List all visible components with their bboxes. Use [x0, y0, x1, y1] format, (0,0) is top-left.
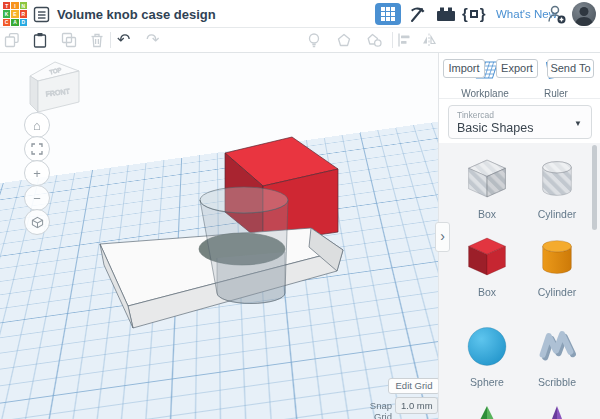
- library-source-label: Tinkercad: [457, 110, 494, 120]
- logo-tile: K: [3, 10, 10, 17]
- shape-cone[interactable]: [527, 402, 587, 419]
- shape-label: Scribble: [527, 376, 587, 388]
- library-selected-value: Basic Shapes: [457, 121, 533, 135]
- tinkercad-app: T I N K E R C A D Volume knob case desig…: [0, 0, 600, 419]
- sphere-icon: [464, 324, 510, 369]
- shape-hole-cylinder[interactable]: Cylinder: [527, 156, 587, 220]
- shape-pyramid[interactable]: [457, 402, 517, 419]
- snap-grid-value: 1.0 mm: [401, 400, 433, 411]
- home-view-button[interactable]: ⌂: [24, 112, 50, 138]
- caret-down-icon: ▼: [574, 119, 582, 128]
- zoom-in-button[interactable]: +: [24, 160, 50, 186]
- shape-label: Cylinder: [527, 208, 587, 220]
- brace-left: {: [462, 5, 468, 22]
- shape-box[interactable]: Box: [457, 234, 517, 298]
- caret-down-icon: ▾: [430, 413, 433, 419]
- snap-grid-label: Snap Grid: [352, 400, 392, 419]
- zoom-out-icon: −: [33, 191, 41, 206]
- snap-grid-dropdown[interactable]: 1.0 mm ▾: [395, 397, 438, 414]
- grid-icon: [381, 7, 395, 21]
- codeblocks-icon[interactable]: { }: [462, 5, 486, 22]
- scribble-icon: [534, 324, 580, 369]
- import-button[interactable]: Import: [443, 59, 485, 78]
- person-icon: [572, 2, 596, 26]
- logo-tile: N: [20, 2, 27, 9]
- perspective-icon: [31, 216, 44, 229]
- toolbar-separator: [392, 32, 393, 48]
- brick-lego-icon[interactable]: [436, 5, 456, 27]
- toolbar-separator: [110, 32, 111, 48]
- redo-icon[interactable]: ↷: [146, 29, 159, 51]
- shape-label: Sphere: [457, 376, 517, 388]
- sidebar-divider: [439, 98, 600, 99]
- mirror-flip-icon[interactable]: [421, 32, 437, 48]
- shape-label: Cylinder: [527, 286, 587, 298]
- align-icon[interactable]: [396, 32, 412, 48]
- shape-sphere[interactable]: Sphere: [457, 324, 517, 388]
- copy-icon[interactable]: [4, 32, 20, 48]
- fit-view-icon: [31, 143, 43, 155]
- shape-scribble[interactable]: Scribble: [527, 324, 587, 388]
- shapes-panel: Workplane Ruler Tinkercad Basic Shapes ▼: [438, 53, 600, 419]
- zoom-out-button[interactable]: −: [24, 185, 50, 211]
- undo-icon[interactable]: ↶: [117, 29, 130, 51]
- shape-library-dropdown[interactable]: Tinkercad Basic Shapes ▼: [448, 105, 592, 139]
- cone-icon: [534, 402, 580, 419]
- fit-view-button[interactable]: [24, 136, 50, 162]
- minecraft-pickaxe-icon[interactable]: [407, 4, 427, 28]
- perspective-toggle-button[interactable]: [24, 209, 50, 235]
- tinkercad-logo[interactable]: T I N K E R C A D: [3, 2, 27, 26]
- invite-person-add-icon[interactable]: [545, 3, 567, 29]
- brace-right: }: [480, 5, 486, 22]
- design-menu-icon[interactable]: [33, 6, 50, 23]
- send-to-button[interactable]: Send To: [547, 59, 594, 78]
- box-icon: [464, 234, 510, 279]
- delete-trash-icon[interactable]: [89, 32, 105, 48]
- dashboard-grid-button[interactable]: [375, 3, 401, 25]
- pyramid-icon: [464, 402, 510, 419]
- home-icon: ⌂: [33, 118, 41, 133]
- hole-cylinder-icon: [534, 156, 580, 201]
- shape-label: Box: [457, 208, 517, 220]
- ungroup-icon[interactable]: [366, 32, 382, 48]
- logo-tile: E: [11, 10, 18, 17]
- logo-tile: D: [20, 19, 27, 26]
- shape-label: Box: [457, 286, 517, 298]
- logo-tile: T: [3, 2, 10, 9]
- shape-cylinder[interactable]: Cylinder: [527, 234, 587, 298]
- shape-gallery: Box Cylinder: [439, 143, 600, 419]
- viewport[interactable]: TOP FRONT: [0, 53, 438, 419]
- view-cube[interactable]: TOP FRONT: [30, 62, 79, 112]
- design-title[interactable]: Volume knob case design: [57, 7, 216, 22]
- paste-icon[interactable]: [32, 32, 48, 48]
- logo-tile: R: [20, 10, 27, 17]
- user-avatar[interactable]: [572, 2, 596, 26]
- header: T I N K E R C A D Volume knob case desig…: [0, 0, 600, 28]
- zoom-in-icon: +: [33, 166, 41, 181]
- scene-3d: TOP FRONT: [0, 53, 438, 419]
- logo-tile: C: [3, 19, 10, 26]
- export-button[interactable]: Export: [496, 59, 538, 78]
- show-all-bulb-icon[interactable]: [306, 32, 322, 48]
- edit-grid-button[interactable]: Edit Grid: [388, 378, 438, 394]
- logo-tile: A: [11, 19, 18, 26]
- logo-tile: I: [11, 2, 18, 9]
- sidebar-scrollbar[interactable]: [592, 145, 597, 230]
- shape-hole-box[interactable]: Box: [457, 156, 517, 220]
- group-icon[interactable]: [336, 32, 352, 48]
- chevron-right-icon: ›: [440, 228, 445, 244]
- cylinder-icon: [534, 234, 580, 279]
- hole-box-icon: [464, 156, 510, 201]
- panel-collapse-handle[interactable]: ›: [435, 222, 450, 252]
- code-square: [470, 10, 478, 18]
- edit-toolbar: ↶ ↷: [0, 28, 600, 53]
- duplicate-icon[interactable]: [61, 32, 77, 48]
